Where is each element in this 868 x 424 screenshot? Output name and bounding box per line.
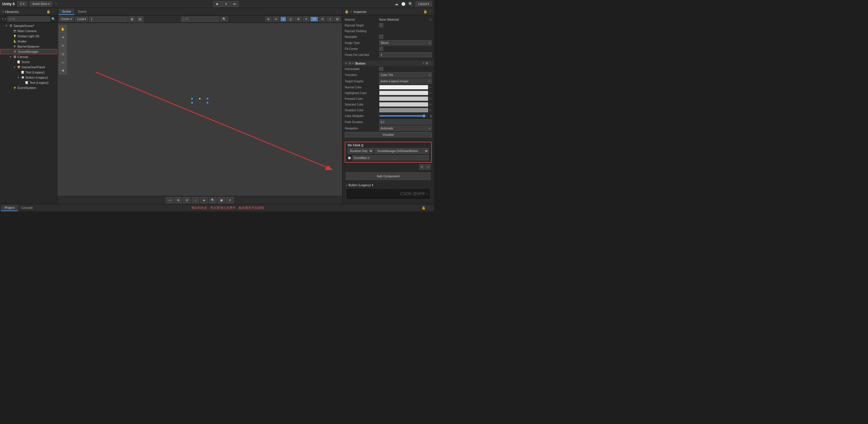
tree-item-score[interactable]: 📝 Score	[0, 59, 57, 65]
normal-color-swatch[interactable]	[379, 85, 428, 90]
play-button[interactable]: ▶	[214, 1, 222, 7]
scale-tool[interactable]: ⊡	[59, 50, 67, 58]
bottom-align-btn[interactable]: ⊟	[183, 197, 191, 203]
light-btn[interactable]: ☀	[273, 17, 279, 22]
transition-dropdown[interactable]: Color Tint ▾	[379, 72, 432, 77]
search-icon[interactable]: 🔍	[408, 2, 413, 6]
disabled-color-swatch[interactable]	[379, 108, 428, 112]
visualize-button[interactable]: Visualize	[345, 132, 432, 137]
fade-duration-field[interactable]	[379, 119, 432, 125]
rotate-tool[interactable]: ↻	[59, 42, 67, 50]
disabled-color-picker[interactable]: ✏	[429, 109, 432, 111]
center-btn[interactable]: Center ▾	[59, 17, 74, 22]
move-tool[interactable]: ✛	[59, 34, 67, 41]
tree-item-event-system[interactable]: ⚡ EventSystem	[0, 85, 57, 90]
maskable-checkbox[interactable]: ✓	[379, 35, 383, 39]
tree-item-button-legacy[interactable]: ▼ 🔲 Button (Legacy)	[0, 75, 57, 80]
selected-color-swatch[interactable]	[379, 102, 428, 107]
lock-icon[interactable]: 🔓	[46, 10, 51, 13]
bottom-extra-btn[interactable]: ✦	[226, 197, 234, 203]
tree-item-text-legacy-2[interactable]: 📝 Text (Legacy)	[0, 80, 57, 85]
minus-button[interactable]: −	[425, 164, 431, 169]
bottom-rect-btn[interactable]: ▭	[166, 197, 174, 203]
transform-tool[interactable]: ✥	[59, 67, 67, 74]
runtime-dropdown[interactable]: Runtime Only	[348, 148, 373, 154]
grid-lines-btn[interactable]: ⊟	[136, 17, 144, 22]
more-icon[interactable]: ⋮	[52, 10, 55, 13]
button-enabled-icon[interactable]: ⊙	[348, 61, 351, 65]
bottom-search-btn[interactable]: 🔍	[209, 197, 216, 203]
raycast-target-checkbox[interactable]: ✓	[379, 23, 383, 27]
layout-button[interactable]: Layout ▾	[415, 1, 432, 6]
tree-item-sample-scene[interactable]: ▼ 🎬 SampleScene*	[0, 23, 57, 28]
hierarchy-menu-icon[interactable]: ≡	[2, 10, 4, 13]
local-btn[interactable]: Local ▾	[75, 17, 88, 22]
scene-search[interactable]	[181, 17, 219, 22]
tree-item-barrier-spawner[interactable]: ⚙ BarrierSpawner	[0, 44, 57, 49]
inspector-lock2[interactable]: 🔓	[423, 10, 427, 13]
button-section-header[interactable]: ▼ ⊙ ✓ Button ? ⊟ ⋮	[342, 61, 434, 66]
scene-extra2-btn[interactable]: ⊞	[334, 17, 340, 22]
lock-status-icon[interactable]: 🔓	[422, 206, 426, 210]
inspector-lock-icon[interactable]: ✓	[350, 10, 352, 13]
tree-item-text-legacy[interactable]: 📝 Text (Legacy)	[0, 70, 57, 75]
pause-button[interactable]: ⏸	[222, 1, 230, 7]
tree-item-global-light[interactable]: 💡 Global Light 2D	[0, 34, 57, 39]
hand-tool[interactable]: ✋	[59, 25, 67, 33]
tab-scene[interactable]: Scene	[59, 9, 74, 15]
target-graphic-field[interactable]: Button (Legacy) (Image) ⊙	[379, 78, 432, 84]
button-settings-icon[interactable]: ⊟	[425, 61, 428, 65]
selected-color-picker[interactable]: ✏	[429, 103, 432, 106]
target-graphic-picker[interactable]: ⊙	[428, 80, 430, 83]
pressed-color-picker[interactable]: ✏	[429, 97, 432, 100]
button-enabled-check[interactable]: ✓	[352, 61, 354, 65]
highlighted-color-swatch[interactable]	[379, 91, 428, 95]
tab-game[interactable]: Game	[74, 9, 90, 15]
tree-item-score-manager[interactable]: ⚙ ScoreManager	[0, 49, 57, 54]
bottom-select-btn[interactable]: ▣	[218, 197, 225, 203]
pixels-per-unit-field[interactable]	[379, 52, 432, 57]
fill-center-checkbox[interactable]: ✓	[379, 47, 383, 51]
plus-button[interactable]: +	[420, 164, 425, 169]
tree-item-canvas[interactable]: ▼ 🖼 Canvas	[0, 54, 57, 59]
method-dropdown[interactable]: ScoreManager.OnRestartButton	[375, 148, 429, 154]
score-manager-field[interactable]	[352, 155, 429, 160]
add-component-button[interactable]: Add Component	[346, 172, 431, 180]
button-more-icon[interactable]: ⋮	[429, 61, 432, 65]
step-button[interactable]: ⏭	[231, 1, 239, 7]
hierarchy-search[interactable]	[7, 17, 50, 22]
pressed-color-swatch[interactable]	[379, 96, 428, 101]
scene-tools-btn[interactable]: ⚙	[295, 17, 302, 22]
scene-more-btn[interactable]: ⟲	[319, 17, 326, 22]
more-status-icon[interactable]: ⋮	[427, 206, 431, 210]
scene-tab-more[interactable]: ⋮	[333, 10, 341, 13]
add-hierarchy-btn[interactable]: +	[2, 17, 4, 21]
tree-item-main-camera[interactable]: 📷 Main Camera	[0, 28, 57, 34]
bottom-grid-btn[interactable]: ⊞	[175, 197, 182, 203]
tree-item-game-over-panel[interactable]: ▼ 📦 GameOverPanel	[0, 65, 57, 70]
tab-project[interactable]: Project	[1, 205, 18, 211]
image-type-dropdown[interactable]: Sliced ▾	[379, 40, 432, 45]
color-multiplier-slider[interactable]: 1	[379, 115, 432, 118]
navigation-dropdown[interactable]: Automatic ▾	[379, 126, 432, 131]
scene-search-btn[interactable]: 🔍	[220, 17, 228, 22]
grid-number[interactable]	[89, 17, 127, 22]
scene-view[interactable]: ✋ ✛ ↻ ⊡ ▭ ✥	[57, 23, 342, 196]
interactable-checkbox[interactable]: ✓	[379, 67, 383, 71]
bottom-circle-btn[interactable]: ○	[192, 197, 199, 203]
material-picker-icon[interactable]: ⊙	[429, 18, 432, 21]
inspector-more[interactable]: ⋮	[429, 10, 432, 13]
bottom-layer-btn[interactable]: ◈	[200, 197, 208, 203]
grid-btn[interactable]: ⊞	[129, 17, 135, 22]
audio-btn[interactable]: ●	[280, 17, 286, 22]
gizmos-btn[interactable]: ✦	[303, 17, 309, 22]
persp-btn[interactable]: ⊕	[265, 17, 272, 22]
cloud-icon[interactable]: ☁	[395, 2, 398, 6]
rect-tool[interactable]: ▭	[59, 59, 67, 66]
2d-btn[interactable]: 2D	[310, 17, 318, 22]
fx-btn[interactable]: ◎	[287, 17, 294, 22]
normal-color-picker[interactable]: ✏	[429, 86, 432, 89]
button-legacy-header[interactable]: ▾ Button (Legacy) ▾	[346, 183, 431, 187]
button-help-icon[interactable]: ?	[423, 62, 425, 65]
tree-item-snake[interactable]: 🐍 Snake	[0, 39, 57, 44]
